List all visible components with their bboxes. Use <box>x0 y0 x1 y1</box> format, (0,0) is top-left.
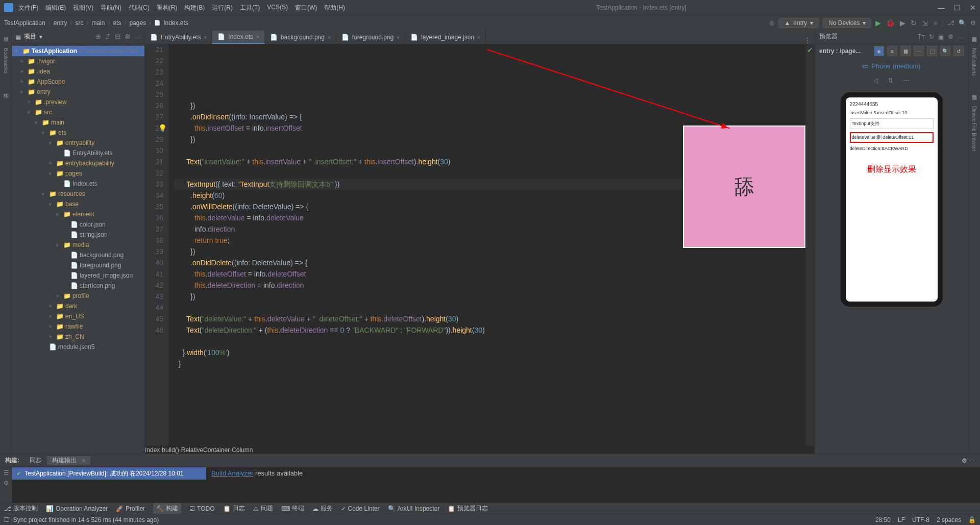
tree-node[interactable]: v📁resources <box>12 189 144 199</box>
build-analyzer-link[interactable]: Build Analyzer <box>211 469 253 477</box>
cursor-position[interactable]: 28:50 <box>875 516 891 523</box>
expand-icon[interactable]: ⇵ <box>105 33 111 40</box>
tool-window-button[interactable]: ☑ TODO <box>189 505 214 512</box>
inspector-icon[interactable]: ▣ <box>938 33 944 40</box>
intention-bulb-icon[interactable]: 💡 <box>158 122 167 134</box>
tool-window-button[interactable]: 📊 Operation Analyzer <box>46 505 108 512</box>
tree-node[interactable]: 📄startIcon.png <box>12 281 144 291</box>
sync-tab[interactable]: 同步 <box>24 456 47 465</box>
crumb-segment[interactable]: TestApplication <box>4 19 45 27</box>
refresh-icon[interactable]: ↻ <box>929 33 934 40</box>
tool-window-button[interactable]: ⚠ 问题 <box>253 504 273 513</box>
code-content[interactable]: 💡 舔 }) .onDidInsert((info: InsertValue) … <box>168 44 805 446</box>
menu-item[interactable]: 窗口(W) <box>295 4 317 12</box>
maximize-icon[interactable]: ☐ <box>954 4 961 12</box>
crumb-segment[interactable]: entry <box>54 19 67 27</box>
settings-icon[interactable]: ⚙ <box>970 19 976 27</box>
indent[interactable]: 2 spaces <box>937 516 961 523</box>
tool-window-button[interactable]: 🔍 ArkUI Inspector <box>388 505 440 512</box>
mode2-icon[interactable]: ≡ <box>887 46 897 56</box>
menu-item[interactable]: 构建(B) <box>184 4 205 12</box>
tree-node[interactable]: >📁dark <box>12 301 144 311</box>
tool-window-button[interactable]: 📋 日志 <box>223 504 245 513</box>
stop-icon[interactable]: ■ <box>933 19 937 27</box>
tool-window-button[interactable]: ⎇ 版本控制 <box>4 504 38 513</box>
tree-node[interactable]: >📁rawfile <box>12 321 144 332</box>
close-icon[interactable]: ✕ <box>970 4 976 12</box>
tree-node[interactable]: >📁.preview <box>12 97 144 107</box>
tree-node[interactable]: >📁zh_CN <box>12 332 144 342</box>
tree-node[interactable]: 📄foreground.png <box>12 260 144 270</box>
readonly-icon[interactable]: 🔓 <box>968 516 976 523</box>
menu-item[interactable]: 工具(T) <box>240 4 260 12</box>
tree-node[interactable]: >📁profile <box>12 291 144 301</box>
collapse-icon[interactable]: ⊟ <box>115 33 120 40</box>
menu-item[interactable]: 帮助(H) <box>324 4 345 12</box>
locate-icon[interactable]: ⊕ <box>95 33 101 40</box>
tree-node[interactable]: 📄Index.ets <box>12 179 144 189</box>
build-tree-icon[interactable]: ☰ <box>4 469 9 477</box>
tree-node[interactable]: 📄background.png <box>12 250 144 260</box>
more-icon[interactable]: ⋯ <box>914 46 924 56</box>
editor-tab[interactable]: 📄foreground.png× <box>336 31 405 44</box>
target-icon[interactable]: ◎ <box>769 19 774 27</box>
build-filter-icon[interactable]: ⚙ <box>4 480 9 487</box>
crumb-segment[interactable]: Index.ets <box>163 19 188 27</box>
tree-node[interactable]: v📁element <box>12 209 144 219</box>
no-problems-icon[interactable]: ✔ <box>807 46 813 446</box>
tree-node[interactable]: v📁entry <box>12 87 144 97</box>
menu-item[interactable]: 运行(R) <box>212 4 233 12</box>
tree-node[interactable]: v📁pages <box>12 168 144 179</box>
device-dropdown[interactable]: No Devices ▾ <box>823 18 871 28</box>
coverage-icon[interactable]: ▶ <box>900 19 905 27</box>
menu-item[interactable]: 重构(R) <box>157 4 178 12</box>
tool-window-button[interactable]: 🔨 构建 <box>153 503 181 514</box>
menu-item[interactable]: 编辑(E) <box>45 4 66 12</box>
search-icon[interactable]: 🔍 <box>959 19 966 27</box>
tree-node[interactable]: >📁en_US <box>12 311 144 321</box>
rotate-icon[interactable]: ⇅ <box>888 77 893 84</box>
tree-node[interactable]: >📁.hvigor <box>12 56 144 66</box>
tool-window-button[interactable]: 📋 预览器日志 <box>448 504 488 513</box>
right-stripe-button[interactable]: Notifications <box>971 48 977 76</box>
editor-crumb[interactable]: Column <box>232 446 253 454</box>
tree-node[interactable]: >📁AppScope <box>12 77 144 87</box>
tree-node[interactable]: v📁entryability <box>12 138 144 148</box>
hide-icon[interactable]: — <box>135 33 141 40</box>
project-tree[interactable]: v📁TestApplication E:\nana\Desktop\Test>📁… <box>12 44 144 454</box>
restart-icon[interactable]: ↻ <box>911 19 917 27</box>
tree-node[interactable]: v📁base <box>12 199 144 209</box>
minimize-icon[interactable]: — <box>938 4 945 12</box>
zoom-icon[interactable]: 🔍 <box>940 46 950 56</box>
crumb-segment[interactable]: pages <box>129 19 146 27</box>
reset-icon[interactable]: ↺ <box>953 46 964 56</box>
menu-item[interactable]: 代码(C) <box>129 4 150 12</box>
tree-node[interactable]: 📄module.json5 <box>12 342 144 352</box>
tree-node[interactable]: >📁.idea <box>12 66 144 77</box>
tool-window-button[interactable]: ✓ Code Linter <box>341 505 380 512</box>
fit-icon[interactable]: ⬚ <box>927 46 937 56</box>
vcs-icon[interactable]: ⎇ <box>947 19 954 27</box>
text-icon[interactable]: Tᴛ <box>918 33 925 40</box>
build-output-tab[interactable]: 构建输出 × <box>47 456 90 465</box>
tool-window-button[interactable]: ☁ 服务 <box>312 504 333 513</box>
editor-tab[interactable]: 📄Index.ets× <box>212 31 265 44</box>
tree-node[interactable]: 📄color.json <box>12 219 144 230</box>
run-icon[interactable]: ▶ <box>875 19 881 27</box>
crumb-segment[interactable]: src <box>75 19 83 27</box>
editor-tab[interactable]: 📄background.png× <box>265 31 336 44</box>
mode1-icon[interactable]: ◈ <box>874 46 884 56</box>
tree-node[interactable]: >📁entrybackupability <box>12 158 144 168</box>
editor-tab[interactable]: 📄layered_image.json× <box>405 31 486 44</box>
breadcrumb[interactable]: TestApplication›entry›src›main›ets›pages… <box>4 19 188 27</box>
editor-crumb[interactable]: RelativeContainer <box>181 446 230 454</box>
tree-node[interactable]: v📁main <box>12 117 144 128</box>
back-icon[interactable]: ◁ <box>873 77 878 84</box>
tree-node[interactable]: v📁src <box>12 107 144 117</box>
encoding[interactable]: UTF-8 <box>912 516 929 523</box>
menu-item[interactable]: 导航(N) <box>101 4 121 12</box>
right-stripe-button[interactable]: Device File Browser <box>971 106 977 152</box>
code-editor[interactable]: 2122232425262728293031323334353637383940… <box>145 44 815 446</box>
tabs-more-icon[interactable]: ⋮ <box>800 37 815 44</box>
build-gear-icon[interactable]: ⚙ — <box>957 457 980 464</box>
